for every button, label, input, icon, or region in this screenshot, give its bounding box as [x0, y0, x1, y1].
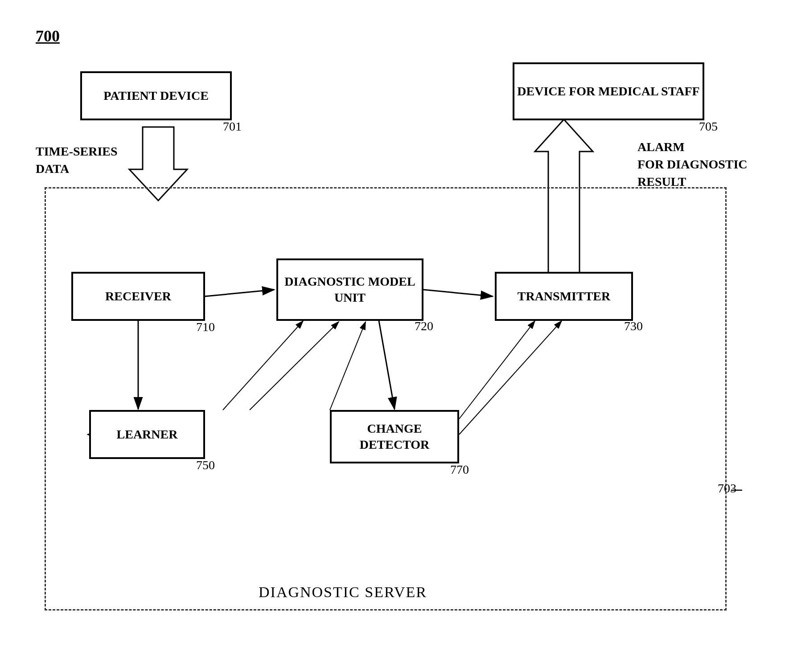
- learner-block: LEARNER: [89, 410, 205, 459]
- learner-label: LEARNER: [117, 426, 178, 443]
- time-series-label: TIME-SERIESDATA: [36, 143, 118, 177]
- server-box: [45, 187, 727, 611]
- diagnostic-ref: 720: [415, 319, 433, 333]
- svg-text:703: 703: [718, 481, 736, 495]
- patient-device-ref: 701: [223, 119, 242, 134]
- server-ref: 703: [718, 481, 744, 499]
- learner-ref: 750: [196, 458, 215, 472]
- change-detector-label: CHANGE DETECTOR: [332, 421, 457, 453]
- transmitter-ref: 730: [624, 319, 643, 333]
- medical-staff-ref: 705: [699, 119, 718, 134]
- receiver-label: RECEIVER: [105, 288, 171, 304]
- transmitter-label: TRANSMITTER: [518, 288, 610, 304]
- diagnostic-block: DIAGNOSTIC MODEL UNIT: [276, 258, 423, 321]
- patient-device-label: PATIENT DEVICE: [103, 88, 209, 104]
- medical-staff-label: DEVICE FOR MEDICAL STAFF: [517, 83, 699, 99]
- change-detector-block: CHANGE DETECTOR: [330, 410, 459, 463]
- alarm-label: ALARMFOR DIAGNOSTICRESULT: [637, 138, 748, 191]
- receiver-ref: 710: [196, 320, 215, 334]
- fig-label: 700: [36, 27, 60, 45]
- server-label: DIAGNOSTIC SERVER: [259, 584, 427, 601]
- transmitter-block: TRANSMITTER: [495, 272, 633, 321]
- diagnostic-label: DIAGNOSTIC MODEL UNIT: [278, 274, 422, 306]
- patient-device-block: PATIENT DEVICE: [80, 71, 232, 120]
- receiver-block: RECEIVER: [71, 272, 205, 321]
- page: 700: [0, 0, 789, 672]
- change-detector-ref: 770: [450, 463, 469, 477]
- medical-staff-block: DEVICE FOR MEDICAL STAFF: [513, 62, 704, 120]
